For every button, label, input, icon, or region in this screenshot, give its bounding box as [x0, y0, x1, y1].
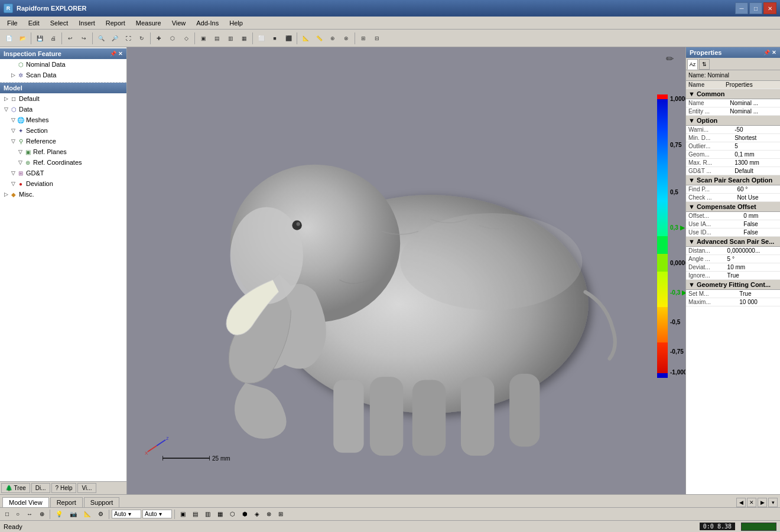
btb-view4[interactable]: ▦	[214, 510, 226, 518]
pin-icon[interactable]: 📌	[110, 51, 116, 57]
btb-cam[interactable]: 📷	[67, 510, 80, 518]
tab-nav-next[interactable]: ▶	[758, 498, 767, 507]
tab-model-view[interactable]: Model View	[2, 497, 49, 507]
menu-measure[interactable]: Measure	[131, 18, 166, 28]
section-scan-pair[interactable]: ▼ Scan Pair Search Option	[686, 175, 780, 185]
section-compensate[interactable]: ▼ Compensate Offset	[686, 202, 780, 212]
tb-zoom-fit[interactable]: ⛶	[122, 32, 135, 45]
tab-nav-close[interactable]: ✕	[747, 498, 756, 507]
tb-view-top[interactable]: ▤	[210, 32, 223, 45]
tree-meshes[interactable]: ▽ 🌐 Meshes	[0, 115, 126, 125]
btb-zoom[interactable]: ⊕	[37, 510, 47, 518]
tab-support[interactable]: Support	[84, 497, 120, 507]
btb-extra[interactable]: ⚙	[95, 510, 106, 518]
tb-select-arrow[interactable]: ⬡	[166, 32, 179, 45]
pin-props-icon[interactable]: 📌	[763, 50, 770, 56]
tree-nominal-data[interactable]: ⬡ Nominal Data	[0, 59, 126, 70]
btb-light[interactable]: 💡	[53, 510, 66, 518]
tb-print[interactable]: 🖨	[47, 32, 60, 45]
tab-tree[interactable]: 🌲 Tree	[1, 483, 30, 493]
btb-view7[interactable]: ◈	[252, 510, 262, 518]
menu-report[interactable]: Report	[101, 18, 130, 28]
viewport[interactable]: 1,0000 ▶ 0,75 0,5 0,3 ▶ 0,0000 ▶ -0,3 ▶ …	[127, 47, 685, 494]
tab-help[interactable]: ? Help	[51, 483, 77, 493]
tab-vi[interactable]: Vi...	[77, 483, 96, 493]
close-tree-icon[interactable]: ✕	[118, 51, 123, 57]
tb-wire[interactable]: ⬛	[282, 32, 295, 45]
tb-undo[interactable]: ↩	[64, 32, 77, 45]
btb-pan[interactable]: ↔	[24, 510, 35, 518]
tb-zoom-out[interactable]: 🔎	[108, 32, 121, 45]
props-tab-sort[interactable]: ⇅	[699, 59, 710, 70]
props-tab-az[interactable]: Az	[687, 59, 698, 70]
tb-view-iso[interactable]: ▦	[238, 32, 251, 45]
tb-redo[interactable]: ↪	[77, 32, 90, 45]
tab-report[interactable]: Report	[50, 497, 83, 507]
menu-addins[interactable]: Add-Ins	[191, 18, 223, 28]
tab-nav-down[interactable]: ▾	[768, 498, 778, 507]
tb-mesh[interactable]: ⬜	[255, 32, 268, 45]
btb-rotate[interactable]: ○	[13, 510, 22, 518]
tree-ref-coordinates[interactable]: ▽ ⊕ Ref. Coordinates	[0, 157, 126, 168]
scanpair-table: Find P... 60 ° Check ... Not Use	[686, 185, 780, 202]
close-button[interactable]: ✕	[763, 2, 776, 14]
tree-default[interactable]: ▷ □ Default	[0, 93, 126, 104]
tb-zoom-in[interactable]: 🔍	[95, 32, 108, 45]
tree-gdt[interactable]: ▽ ⊞ GD&T	[0, 168, 126, 178]
maximize-button[interactable]: □	[749, 2, 762, 14]
menu-insert[interactable]: Insert	[74, 18, 100, 28]
section-geometry[interactable]: ▼ Geometry Fitting Cont...	[686, 280, 780, 290]
tb-open[interactable]: 📂	[16, 32, 29, 45]
btb-view3[interactable]: ▥	[202, 510, 213, 518]
section-common[interactable]: ▼ Common	[686, 89, 780, 99]
auto-dropdown-1[interactable]: Auto ▾	[112, 510, 141, 518]
prop-useid-value: False	[741, 229, 780, 237]
prop-row-setm: Set M... True	[686, 290, 780, 298]
tree-ref-planes[interactable]: ▽ ▣ Ref. Planes	[0, 146, 126, 157]
section-option[interactable]: ▼ Option	[686, 116, 780, 126]
tree-section[interactable]: ▽ ✦ Section	[0, 125, 126, 136]
tb-inspect[interactable]: ⊗	[340, 32, 353, 45]
tb-measure1[interactable]: 📐	[299, 32, 312, 45]
tb-new[interactable]: 📄	[2, 32, 15, 45]
statusbar: Ready 0:0 8.38	[0, 520, 780, 532]
tree-deviation[interactable]: ▽ ● Deviation	[0, 178, 126, 189]
menu-edit[interactable]: Edit	[24, 18, 44, 28]
close-props-icon[interactable]: ✕	[772, 50, 776, 56]
tb-scan[interactable]: ⊕	[326, 32, 339, 45]
btb-view6[interactable]: ⬢	[239, 510, 251, 518]
btb-view1[interactable]: ▣	[177, 510, 188, 518]
tab-di[interactable]: Di...	[31, 483, 50, 493]
tb-measure2[interactable]: 📏	[313, 32, 326, 45]
btb-view8[interactable]: ⊗	[264, 510, 274, 518]
section-advanced[interactable]: ▼ Advanced Scan Pair Se...	[686, 237, 780, 247]
tree-data[interactable]: ▽ ⬡ Data	[0, 104, 126, 115]
menu-view[interactable]: View	[167, 18, 191, 28]
inspection-feature-header[interactable]: Inspection Feature 📌 ✕	[0, 48, 126, 59]
menu-file[interactable]: File	[2, 18, 22, 28]
tree-misc[interactable]: ▷ ◆ Misc.	[0, 189, 126, 200]
tb-rotate[interactable]: ↻	[135, 32, 148, 45]
tb-select-lasso[interactable]: ◇	[180, 32, 193, 45]
btb-measure-btn[interactable]: 📐	[81, 510, 94, 518]
tree-scan-data[interactable]: ▷ ✲ Scan Data	[0, 70, 126, 80]
tb-shade[interactable]: ■	[268, 32, 281, 45]
tb-select-point[interactable]: ✚	[152, 32, 165, 45]
tb-save[interactable]: 💾	[33, 32, 46, 45]
3d-viewport[interactable]: 1,0000 ▶ 0,75 0,5 0,3 ▶ 0,0000 ▶ -0,3 ▶ …	[127, 47, 685, 494]
tb-extra1[interactable]: ⊞	[357, 32, 370, 45]
minimize-button[interactable]: ─	[735, 2, 748, 14]
tb-view-front[interactable]: ▣	[197, 32, 210, 45]
tb-extra2[interactable]: ⊟	[370, 32, 384, 45]
btb-view9[interactable]: ⊞	[275, 510, 286, 518]
btb-select-box[interactable]: □	[2, 510, 12, 518]
btb-view5[interactable]: ⬡	[227, 510, 238, 518]
tb-view-right[interactable]: ▥	[224, 32, 237, 45]
btb-view2[interactable]: ▤	[190, 510, 201, 518]
auto-dropdown-2[interactable]: Auto ▾	[142, 510, 172, 518]
tree-reference[interactable]: ▽ ⚲ Reference	[0, 136, 126, 146]
menu-help[interactable]: Help	[225, 18, 248, 28]
model-header[interactable]: Model	[0, 83, 126, 93]
menu-select[interactable]: Select	[46, 18, 73, 28]
tab-nav-prev[interactable]: ◀	[736, 498, 746, 507]
